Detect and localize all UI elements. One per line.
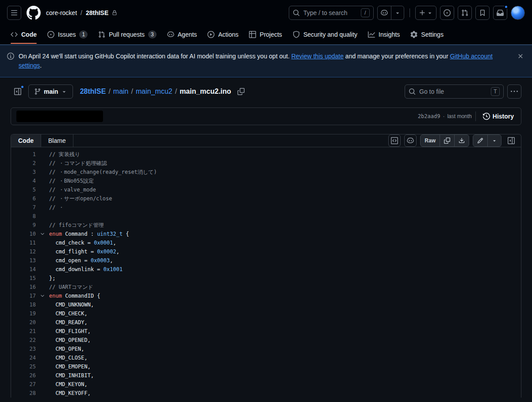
code-text: // UARTコマンド (49, 283, 521, 291)
info-icon (7, 53, 14, 60)
line-number[interactable]: 7 (11, 203, 36, 212)
repo-name-link[interactable]: 28thISE (86, 9, 108, 16)
tab-blame-view[interactable]: Blame (41, 134, 73, 147)
line-number[interactable]: 26 (11, 371, 36, 380)
banner-text: On April 24 we'll start using GitHub Cop… (19, 52, 498, 70)
global-search-input[interactable] (303, 9, 357, 16)
tab-agents[interactable]: Agents (164, 26, 201, 44)
code-text: // ・ (49, 203, 521, 212)
tab-pull-requests[interactable]: Pull requests 3 (95, 26, 160, 44)
copy-raw-button[interactable] (440, 135, 454, 146)
fold-spacer (36, 300, 49, 309)
codespaces-button[interactable] (388, 134, 401, 147)
line-number[interactable]: 8 (11, 212, 36, 221)
line-number[interactable]: 21 (11, 327, 36, 336)
copilot-dropdown-button[interactable] (391, 6, 404, 19)
fold-toggle[interactable] (36, 291, 49, 300)
go-to-file-input[interactable] (419, 88, 487, 95)
tab-issues[interactable]: Issues 1 (44, 26, 91, 44)
fold-spacer (36, 168, 49, 176)
tab-actions[interactable]: Actions (204, 26, 242, 44)
raw-button[interactable]: Raw (421, 135, 440, 146)
tab-label: Insights (379, 31, 400, 38)
line-number[interactable]: 13 (11, 256, 36, 265)
line-number[interactable]: 17 (11, 291, 36, 300)
copilot-button[interactable] (378, 6, 391, 19)
fold-spacer (36, 194, 49, 203)
line-number[interactable]: 1 (11, 150, 36, 159)
breadcrumb-dir-link[interactable]: main_mcu2 (136, 88, 172, 96)
pull-requests-button[interactable] (458, 6, 472, 20)
copilot-code-button[interactable] (404, 134, 417, 147)
line-number[interactable]: 2 (11, 159, 36, 168)
line-number[interactable]: 12 (11, 247, 36, 256)
tab-projects[interactable]: Projects (245, 26, 286, 44)
tab-code-view[interactable]: Code (11, 134, 41, 147)
code-text: CMD_KEYOFF, (49, 389, 521, 398)
avatar[interactable] (511, 6, 525, 20)
symbols-panel-button[interactable] (505, 134, 517, 147)
banner-close-button[interactable] (515, 50, 526, 61)
tab-security[interactable]: Security and quality (289, 26, 361, 44)
edit-dropdown-button[interactable] (487, 135, 501, 146)
line-number[interactable]: 25 (11, 362, 36, 371)
breadcrumb-separator: / (131, 88, 133, 96)
fold-spacer (36, 309, 49, 318)
repo-owner-link[interactable]: core-rocket (46, 9, 77, 16)
github-logo[interactable] (27, 6, 41, 20)
fold-chevron-icon (40, 293, 45, 299)
header-divider (410, 8, 410, 17)
notifications-inbox-button[interactable] (493, 6, 507, 20)
create-new-button[interactable] (415, 6, 436, 20)
bookmark-button[interactable] (475, 6, 490, 20)
tab-insights[interactable]: Insights (364, 26, 403, 44)
code-line: 6// ・サーボopen/close (11, 194, 521, 203)
line-number[interactable]: 23 (11, 345, 36, 353)
hamburger-button[interactable] (7, 6, 21, 20)
breadcrumb-branch-link[interactable]: main (113, 88, 129, 96)
global-search[interactable]: / (289, 6, 374, 20)
line-number[interactable]: 28 (11, 389, 36, 398)
code-square-icon (391, 137, 398, 144)
line-number[interactable]: 20 (11, 318, 36, 327)
gear-icon (410, 31, 417, 38)
kebab-icon (511, 88, 518, 95)
line-number[interactable]: 11 (11, 238, 36, 247)
download-button[interactable] (454, 135, 469, 146)
line-number[interactable]: 9 (11, 221, 36, 230)
pencil-icon (477, 138, 483, 144)
line-number[interactable]: 18 (11, 300, 36, 309)
line-number[interactable]: 3 (11, 168, 36, 176)
history-button[interactable]: History (479, 111, 517, 122)
commit-sha-link[interactable]: 2b2aad9 (418, 113, 440, 119)
line-number[interactable]: 19 (11, 309, 36, 318)
file-tree-toggle-button[interactable] (11, 84, 25, 99)
tab-code[interactable]: Code (7, 26, 40, 44)
issues-button[interactable] (440, 6, 454, 20)
fold-toggle[interactable] (36, 230, 49, 238)
fold-spacer (36, 159, 49, 168)
review-update-link[interactable]: Review this update (291, 53, 344, 60)
line-number[interactable]: 6 (11, 194, 36, 203)
copy-path-button[interactable] (236, 86, 246, 97)
breadcrumb-repo-link[interactable]: 28thISE (80, 88, 106, 96)
line-number[interactable]: 10 (11, 230, 36, 238)
tab-label: Agents (178, 31, 197, 38)
branch-selector-button[interactable]: main (28, 84, 73, 99)
edit-button[interactable] (473, 135, 487, 146)
history-label: History (493, 113, 514, 120)
line-number[interactable]: 4 (11, 176, 36, 185)
fold-spacer (36, 327, 49, 336)
line-number[interactable]: 5 (11, 185, 36, 194)
line-number[interactable]: 15 (11, 274, 36, 283)
line-number[interactable]: 16 (11, 283, 36, 291)
go-to-file[interactable]: T (405, 84, 504, 99)
commit-author-redacted (16, 111, 103, 122)
line-number[interactable]: 24 (11, 353, 36, 362)
more-options-button[interactable] (507, 84, 521, 99)
tab-settings[interactable]: Settings (407, 26, 447, 44)
line-number[interactable]: 27 (11, 380, 36, 389)
line-number[interactable]: 14 (11, 265, 36, 274)
line-number[interactable]: 22 (11, 336, 36, 345)
commit-bar-divider (475, 111, 476, 121)
